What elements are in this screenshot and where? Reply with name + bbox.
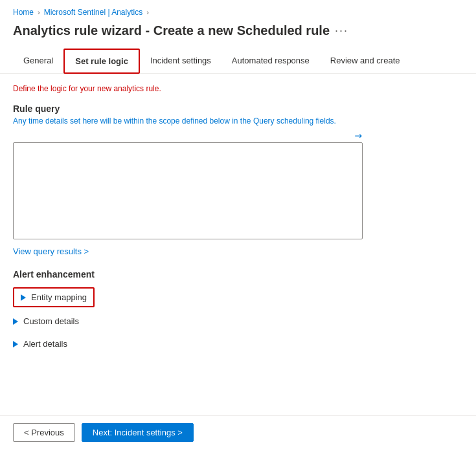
define-logic-text: Define the logic for your new analytics … [13, 84, 463, 93]
expand-icon-container: ↗ [13, 131, 363, 141]
previous-button[interactable]: < Previous [13, 423, 75, 442]
bottom-bar: < Previous Next: Incident settings > [0, 415, 476, 449]
entity-mapping-label: Entity mapping [31, 292, 87, 302]
breadcrumb-chevron-1: › [38, 8, 40, 16]
view-results-link[interactable]: View query results > [13, 246, 89, 256]
custom-details-label: Custom details [23, 316, 79, 326]
custom-details-chevron [13, 318, 18, 325]
main-content: Define the logic for your new analytics … [0, 74, 476, 368]
page-title-container: Analytics rule wizard - Create a new Sch… [0, 21, 476, 49]
page-title: Analytics rule wizard - Create a new Sch… [13, 23, 330, 38]
view-results-container: View query results > [13, 246, 463, 256]
tabs-container: General Set rule logic Incident settings… [0, 49, 476, 74]
expand-icon[interactable]: ↗ [352, 129, 365, 142]
breadcrumb: Home › Microsoft Sentinel | Analytics › [0, 0, 476, 21]
tab-general[interactable]: General [13, 49, 63, 73]
accordion-custom-details: Custom details [13, 312, 463, 330]
breadcrumb-home[interactable]: Home [13, 8, 34, 17]
breadcrumb-chevron-2: › [146, 8, 149, 16]
rule-query-input[interactable] [13, 142, 363, 239]
entity-mapping-chevron [21, 294, 26, 301]
tab-review-create[interactable]: Review and create [320, 49, 411, 73]
entity-mapping-header[interactable]: Entity mapping [13, 287, 95, 307]
tab-set-rule-logic[interactable]: Set rule logic [63, 49, 140, 74]
tab-automated-response[interactable]: Automated response [221, 49, 320, 73]
tab-incident-settings[interactable]: Incident settings [140, 49, 221, 73]
custom-details-header[interactable]: Custom details [13, 312, 463, 330]
alert-details-header[interactable]: Alert details [13, 335, 463, 353]
alert-enhancement-title: Alert enhancement [13, 269, 463, 279]
rule-query-subtitle: Any time details set here will be within… [13, 116, 463, 126]
alert-details-chevron [13, 341, 18, 347]
next-button[interactable]: Next: Incident settings > [82, 423, 194, 442]
rule-query-title: Rule query [13, 104, 463, 114]
breadcrumb-sentinel[interactable]: Microsoft Sentinel | Analytics [44, 8, 143, 17]
title-ellipsis[interactable]: ··· [335, 24, 348, 38]
accordion-entity-mapping: Entity mapping [13, 287, 463, 307]
alert-details-label: Alert details [23, 339, 67, 349]
accordion-alert-details: Alert details [13, 335, 463, 353]
